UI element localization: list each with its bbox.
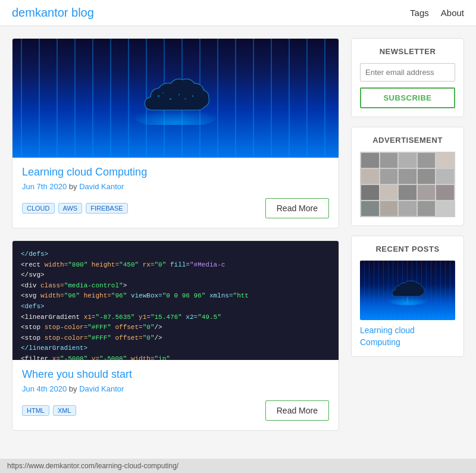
site-header: demkantor blog Tags About: [0, 0, 476, 26]
ad-cell: [361, 153, 379, 168]
ad-cell: [380, 153, 398, 168]
ad-cell: [436, 153, 454, 168]
post-2-author[interactable]: David Kantor: [79, 384, 124, 393]
code-display: </defs> <rect width="800" height="450" r…: [21, 249, 249, 360]
svg-rect-3: [170, 98, 171, 100]
ad-cell: [361, 185, 379, 200]
ad-cell: [399, 153, 416, 168]
ad-cell: [436, 201, 454, 216]
post-1-date: Jun 7th 2020: [22, 182, 67, 191]
svg-rect-6: [192, 95, 193, 97]
ad-cell: [380, 201, 398, 216]
ad-cell: [399, 201, 416, 216]
tag-xml[interactable]: XML: [53, 405, 76, 416]
post-1-footer: CLOUD AWS FIREBASE Read More: [22, 198, 329, 218]
svg-rect-5: [184, 98, 186, 99]
tag-aws[interactable]: AWS: [58, 203, 83, 214]
subscribe-button[interactable]: SUBSCRIBE: [360, 87, 455, 108]
post-2-meta: Jun 4th 2020 by David Kantor: [22, 384, 329, 393]
ad-cell: [399, 185, 416, 200]
post-1-meta: Jun 7th 2020 by David Kantor: [22, 182, 329, 191]
post-2-date: Jun 4th 2020: [22, 384, 67, 393]
recent-post-thumb-1: [360, 261, 455, 320]
post-2-by: by: [69, 384, 79, 393]
newsletter-widget: NEWSLETTER SUBSCRIBE: [351, 38, 464, 117]
svg-rect-2: [162, 92, 164, 93]
recent-cloud-image: [360, 261, 455, 320]
post-1-body: Learning cloud Computing Jun 7th 2020 by…: [12, 158, 339, 228]
post-1-author[interactable]: David Kantor: [79, 182, 124, 191]
post-1-read-more[interactable]: Read More: [265, 198, 329, 218]
tag-cloud[interactable]: CLOUD: [22, 203, 55, 214]
svg-rect-1: [158, 95, 159, 97]
ad-cell: [380, 169, 398, 184]
ad-cell: [418, 153, 436, 168]
recent-posts-widget: RECENT POSTS: [351, 236, 464, 357]
post-2-body: Where you should start Jun 4th 2020 by D…: [12, 360, 339, 430]
post-2-title[interactable]: Where you should start: [22, 368, 329, 381]
ad-cell: [380, 185, 398, 200]
post-2-image: </defs> <rect width="800" height="450" r…: [12, 241, 339, 360]
advertisement-widget: ADVERTISEMENT: [351, 127, 464, 226]
post-1-by: by: [69, 182, 79, 191]
ad-cell: [418, 201, 436, 216]
sidebar: NEWSLETTER SUBSCRIBE ADVERTISEMENT: [351, 38, 464, 431]
newsletter-title: NEWSLETTER: [360, 47, 455, 56]
recent-posts-title: RECENT POSTS: [360, 245, 455, 253]
content-area: Learning cloud Computing Jun 7th 2020 by…: [12, 38, 339, 431]
post-2-read-more[interactable]: Read More: [265, 400, 329, 421]
tag-firebase[interactable]: FIREBASE: [86, 203, 127, 214]
main-nav: Tags About: [410, 8, 464, 18]
post-2-footer: HTML XML Read More: [22, 400, 329, 421]
advertisement-title: ADVERTISEMENT: [360, 136, 455, 145]
ad-cell: [361, 169, 379, 184]
post-1-image: [12, 39, 339, 158]
svg-rect-4: [178, 94, 180, 95]
ad-cell: [418, 185, 436, 200]
post-card-1: Learning cloud Computing Jun 7th 2020 by…: [12, 38, 339, 228]
post-1-title[interactable]: Learning cloud Computing: [22, 166, 329, 178]
ad-cell: [436, 185, 454, 200]
ad-cell: [361, 201, 379, 216]
ad-cell: [436, 169, 454, 184]
main-layout: Learning cloud Computing Jun 7th 2020 by…: [0, 26, 476, 443]
newsletter-email-input[interactable]: [360, 63, 455, 82]
ad-cell: [418, 169, 436, 184]
advertisement-image: [360, 152, 455, 217]
ad-collage: [360, 152, 455, 217]
recent-post-title-1[interactable]: Learning cloud Computing: [360, 325, 455, 348]
post-card-2: </defs> <rect width="800" height="450" r…: [12, 240, 339, 431]
site-logo[interactable]: demkantor blog: [12, 6, 94, 20]
ad-cell: [399, 169, 416, 184]
post-2-tags: HTML XML: [22, 405, 76, 416]
nav-tags[interactable]: Tags: [410, 8, 429, 18]
post-1-tags: CLOUD AWS FIREBASE: [22, 203, 128, 214]
nav-about[interactable]: About: [441, 8, 464, 18]
tag-html[interactable]: HTML: [22, 405, 49, 416]
